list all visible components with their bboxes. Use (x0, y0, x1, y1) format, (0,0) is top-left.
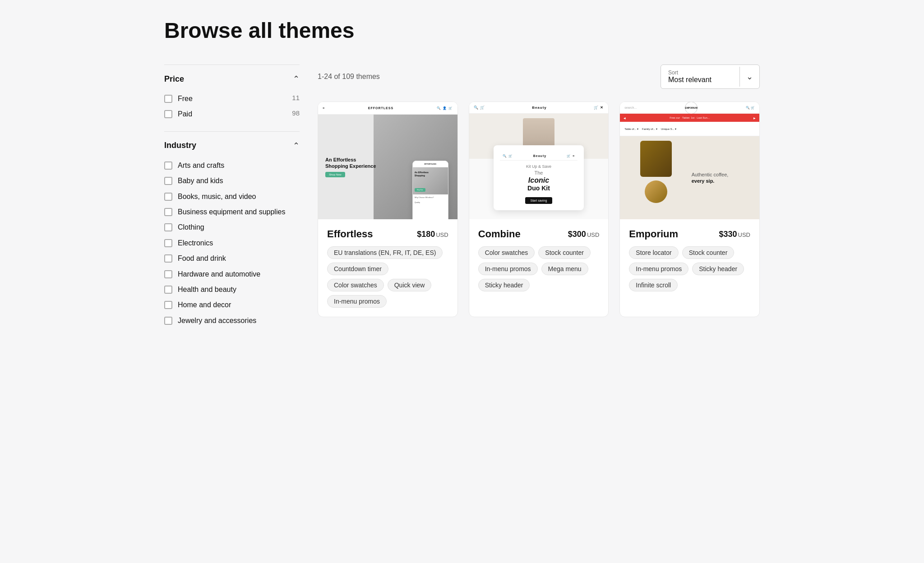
industry-baby-label: Baby and kids (178, 176, 300, 186)
industry-jewelry-checkbox[interactable] (164, 317, 172, 325)
emporium-tags: Store locator Stock counter In-menu prom… (629, 246, 750, 291)
industry-hardware-item[interactable]: Hardware and automotive (164, 267, 300, 282)
industry-baby-checkbox[interactable] (164, 177, 172, 185)
industry-clothing-checkbox[interactable] (164, 223, 172, 231)
industry-arts-checkbox[interactable] (164, 162, 172, 170)
price-free-count: 11 (292, 94, 300, 102)
tag-mega-menu: Mega menu (541, 263, 588, 275)
sort-value: Most relevant (668, 76, 732, 84)
industry-food-checkbox[interactable] (164, 254, 172, 263)
industry-filter-title: Industry (164, 141, 196, 150)
theme-card-combine[interactable]: 🔍 🛒 Beauty 🛒 ✕ 🔍 🛒 Beauty 🛒 ≡ (469, 102, 609, 317)
industry-chevron-icon: ⌃ (293, 141, 300, 151)
tag-color-swatches-2: Color swatches (478, 246, 535, 259)
industry-filter-section: Industry ⌃ Arts and crafts Baby and kids… (164, 131, 300, 337)
industry-home-item[interactable]: Home and decor (164, 297, 300, 313)
kit-up-save: Kit Up & Save (500, 164, 578, 169)
phone-hero-text: An EffortlessShopping (415, 171, 429, 177)
theme-grid: ≡ EFFORTLESS 🔍 👤 🛒 An EffortlessShopping… (318, 102, 760, 317)
effortless-hero-btn: Shop Now (325, 172, 345, 177)
industry-books-checkbox[interactable] (164, 193, 172, 201)
phone-hero: An EffortlessShopping Shop Now (413, 167, 448, 194)
industry-food-item[interactable]: Food and drink (164, 251, 300, 266)
price-paid-count: 98 (292, 109, 300, 117)
industry-health-checkbox[interactable] (164, 286, 172, 294)
tag-infinite-scroll: Infinite scroll (629, 279, 678, 291)
industry-business-item[interactable]: Business equipment and supplies (164, 204, 300, 220)
price-filter-title: Price (164, 74, 184, 84)
industry-filter-header[interactable]: Industry ⌃ (164, 141, 300, 151)
industry-arts-item[interactable]: Arts and crafts (164, 158, 300, 173)
tag-eu-translations: EU translations (EN, FR, IT, DE, ES) (327, 246, 443, 259)
industry-baby-item[interactable]: Baby and kids (164, 173, 300, 189)
tag-store-locator: Store locator (629, 246, 678, 259)
price-filter-header[interactable]: Price ⌃ (164, 74, 300, 84)
price-free-checkbox[interactable] (164, 95, 172, 103)
emporium-mock-header: search... EMPORIUM 🔍 🛒 (620, 102, 759, 114)
industry-electronics-item[interactable]: Electronics (164, 235, 300, 251)
industry-health-item[interactable]: Health and beauty (164, 282, 300, 297)
industry-food-label: Food and drink (178, 254, 300, 263)
industry-clothing-item[interactable]: Clothing (164, 220, 300, 235)
sort-control[interactable]: Sort Most relevant ⌄ (661, 65, 760, 89)
price-paid-checkbox[interactable] (164, 110, 172, 118)
price-paid-label: Paid (178, 109, 286, 119)
sidebar: Price ⌃ Free 11 Paid 98 Industry (164, 65, 300, 337)
emporium-banner: ◀ Free our · Tablet: 1st · Last Sun... ▶ (620, 114, 759, 122)
coffee-bag-image (640, 141, 672, 177)
industry-books-label: Books, music, and video (178, 192, 300, 202)
effortless-name-price: Effortless $180USD (327, 228, 448, 240)
tag-in-menu-promos: In-menu promos (327, 295, 387, 308)
combine-name: Combine (478, 228, 521, 240)
effortless-hero-text: An EffortlessShopping Experience Shop No… (318, 149, 383, 185)
price-filter-section: Price ⌃ Free 11 Paid 98 (164, 65, 300, 131)
page-title: Browse all themes (164, 18, 760, 43)
emporium-nav: Table of... ▾ Family of... ▾ Unique S...… (620, 122, 759, 136)
theme-preview-emporium: search... EMPORIUM 🔍 🛒 ◀ Free our · Tabl… (620, 102, 759, 219)
kit-title-the: The (500, 170, 578, 175)
tag-quick-view: Quick view (388, 279, 432, 291)
emporium-theme-info: Emporium $330USD Store locator Stock cou… (620, 219, 759, 300)
industry-hardware-label: Hardware and automotive (178, 269, 300, 279)
kit-subtitle: Duo Kit (500, 185, 578, 192)
theme-card-effortless[interactable]: ≡ EFFORTLESS 🔍 👤 🛒 An EffortlessShopping… (318, 102, 458, 317)
industry-hardware-checkbox[interactable] (164, 270, 172, 278)
industry-business-checkbox[interactable] (164, 208, 172, 216)
combine-price: $300USD (568, 230, 600, 239)
effortless-mock-hero: An EffortlessShopping Experience Shop No… (318, 115, 457, 219)
industry-home-checkbox[interactable] (164, 301, 172, 309)
content-header: 1-24 of 109 themes Sort Most relevant ⌄ (318, 65, 760, 89)
emporium-logo: EMPORIUM (685, 102, 698, 114)
tag-stock-counter-2: Stock counter (682, 246, 735, 259)
price-free-label: Free (178, 94, 286, 104)
effortless-phone-overlay: EFFORTLESS An EffortlessShopping Shop No… (412, 161, 448, 219)
price-free-item[interactable]: Free 11 (164, 91, 300, 106)
industry-electronics-label: Electronics (178, 238, 300, 248)
phone-header: EFFORTLESS (413, 161, 448, 167)
coffee-cup-image (645, 180, 667, 203)
industry-business-label: Business equipment and supplies (178, 207, 300, 217)
emporium-name: Emporium (629, 228, 678, 240)
price-paid-item[interactable]: Paid 98 (164, 106, 300, 122)
tag-sticky-header-2: Sticky header (692, 263, 744, 275)
kit-title-iconic: Iconic (500, 176, 578, 185)
industry-jewelry-label: Jewelry and accessories (178, 316, 300, 326)
phone-content-text: Why Choose Effortless?Quality (415, 196, 446, 204)
industry-electronics-checkbox[interactable] (164, 239, 172, 247)
sort-chevron-icon[interactable]: ⌄ (740, 72, 759, 82)
sort-label-section: Sort Most relevant (661, 65, 739, 88)
kit-header: 🔍 🛒 Beauty 🛒 ≡ (500, 152, 578, 161)
theme-card-emporium[interactable]: search... EMPORIUM 🔍 🛒 ◀ Free our · Tabl… (619, 102, 760, 317)
industry-jewelry-item[interactable]: Jewelry and accessories (164, 313, 300, 328)
industry-books-item[interactable]: Books, music, and video (164, 189, 300, 204)
phone-hero-btn: Shop Now (415, 188, 425, 192)
emporium-hero-title: every sip. (692, 178, 755, 184)
emporium-name-price: Emporium $330USD (629, 228, 750, 240)
results-count: 1-24 of 109 themes (318, 73, 380, 81)
effortless-mock-header: ≡ EFFORTLESS 🔍 👤 🛒 (318, 102, 457, 115)
tag-in-menu-promos-2: In-menu promos (478, 263, 538, 275)
emporium-hero: Authentic coffee, every sip. (620, 136, 759, 219)
combine-name-price: Combine $300USD (478, 228, 600, 240)
emporium-hero-right: Authentic coffee, every sip. (692, 141, 755, 215)
theme-preview-combine: 🔍 🛒 Beauty 🛒 ✕ 🔍 🛒 Beauty 🛒 ≡ (469, 102, 609, 219)
